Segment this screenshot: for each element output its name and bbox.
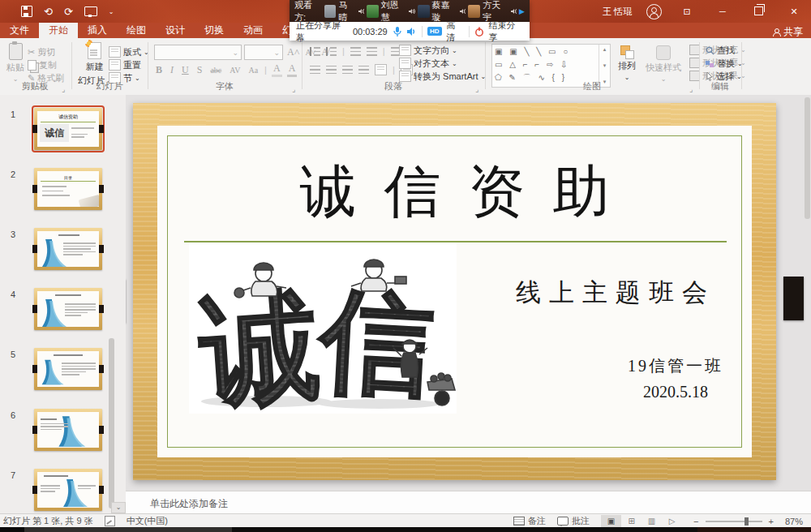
tab-insert[interactable]: 插入 <box>78 23 117 38</box>
slide-counter[interactable]: 幻灯片 第 1 张, 共 9 张 <box>3 515 93 527</box>
end-share-icon[interactable] <box>474 27 484 36</box>
view-normal-button[interactable]: ▣ <box>601 515 621 527</box>
tab-transitions[interactable]: 切换 <box>195 23 234 38</box>
scroll-up-icon[interactable]: ▴ <box>603 46 607 53</box>
copy-button[interactable]: 复制 <box>28 58 64 71</box>
viewer[interactable]: 刘恩慧 <box>367 0 415 24</box>
columns-icon[interactable] <box>375 64 387 75</box>
zoom-level[interactable]: 87% <box>785 517 803 526</box>
tab-design[interactable]: 设计 <box>156 23 195 38</box>
speaker-icon[interactable] <box>406 27 417 36</box>
drawing-dialog-launcher[interactable]: ⌟ <box>689 85 693 93</box>
change-case-button[interactable]: Aa <box>247 66 260 75</box>
expand-viewers-icon[interactable]: ▶ <box>519 7 525 15</box>
thumb-frame[interactable] <box>34 469 102 511</box>
find-button[interactable]: 查找 <box>706 44 743 57</box>
numbering-icon[interactable] <box>326 47 337 56</box>
text-shadow-button[interactable]: S <box>195 64 204 76</box>
account-name[interactable]: 王 恬琨 <box>603 6 632 18</box>
comments-toggle[interactable]: 批注 <box>557 515 590 527</box>
integrity-cartoon-image[interactable]: 诚 信 <box>189 242 457 414</box>
close-button[interactable]: ✕ <box>783 6 805 17</box>
decrease-indent-icon[interactable] <box>350 47 361 56</box>
slide-background[interactable]: 诚信资助 诚 信 <box>157 126 752 457</box>
justify-icon[interactable] <box>358 66 369 75</box>
zoom-out-button[interactable]: − <box>693 517 698 526</box>
align-right-icon[interactable] <box>342 66 353 75</box>
font-dialog-launcher[interactable]: ⌟ <box>292 85 295 93</box>
thumbnail-scrollbar[interactable] <box>109 338 114 508</box>
account-avatar-icon[interactable] <box>646 4 662 19</box>
tab-home[interactable]: 开始 <box>39 23 78 38</box>
notes-placeholder[interactable]: 单击此处添加备注 <box>150 497 228 511</box>
notes-toggle[interactable]: 备注 <box>513 515 546 527</box>
zoom-slider-thumb[interactable] <box>744 517 749 526</box>
zoom-in-button[interactable]: + <box>769 517 774 526</box>
char-spacing-button[interactable]: AV <box>228 66 242 75</box>
replace-button[interactable]: 替换 ⌄ <box>706 57 743 70</box>
layout-button[interactable]: 版式⌄ <box>109 45 149 58</box>
bullets-icon[interactable] <box>310 47 320 56</box>
font-size-combo[interactable]: ⌄ <box>244 45 283 60</box>
shapes-row2[interactable]: ▭ △ ⌐ ⌐ ⇨ ⇩ <box>495 58 596 71</box>
view-sorter-button[interactable]: ⊞ <box>621 515 642 527</box>
tab-file[interactable]: 文件 <box>0 23 39 38</box>
thumb-frame[interactable] <box>34 228 102 270</box>
start-slideshow-icon[interactable] <box>84 6 97 16</box>
italic-button[interactable]: I <box>169 64 175 76</box>
align-center-icon[interactable] <box>326 66 337 75</box>
hd-label[interactable]: 高清 <box>447 19 464 44</box>
slide-date[interactable]: 2020.5.18 <box>594 383 757 401</box>
mic-icon[interactable] <box>393 26 402 37</box>
share-button[interactable]: 共享 <box>772 25 803 39</box>
hd-badge[interactable]: HD <box>427 27 442 36</box>
grow-font-button[interactable]: A˄ <box>285 46 301 58</box>
minimize-button[interactable]: ─ <box>712 6 733 16</box>
slide-class-name[interactable]: 19信管一班 <box>594 355 757 377</box>
text-direction-button[interactable]: 文字方向⌄ <box>399 44 486 57</box>
highlight-button[interactable]: A <box>272 62 282 77</box>
clipboard-dialog-launcher[interactable]: ⌟ <box>62 85 65 93</box>
redo-icon[interactable]: ⟳ <box>64 6 73 18</box>
thumb-frame[interactable]: 目录 <box>34 168 102 210</box>
tab-animations[interactable]: 动画 <box>234 23 272 38</box>
font-color-button[interactable]: A <box>287 62 298 77</box>
thumb-frame[interactable]: 诚信资助 诚信 <box>34 108 102 150</box>
strikethrough-button[interactable]: abc <box>208 66 223 75</box>
cut-button[interactable]: ✂剪切 <box>28 45 64 58</box>
view-reading-button[interactable]: ▥ <box>642 515 662 527</box>
collapse-thumbnails-button[interactable]: ⌄ <box>111 502 126 513</box>
zoom-slider[interactable] <box>706 521 762 522</box>
language-indicator[interactable]: 中文(中国) <box>127 515 168 527</box>
notes-pane[interactable]: 单击此处添加备注 <box>126 491 811 514</box>
font-name-combo[interactable]: ⌄ <box>154 45 242 60</box>
align-text-button[interactable]: 对齐文本⌄ <box>399 57 486 70</box>
slide-canvas[interactable]: 诚信资助 诚 信 <box>126 95 811 491</box>
thumb-frame[interactable] <box>34 288 102 330</box>
shapes-row1[interactable]: ▣ ▣ ╲ ╲ ▭ ○ <box>495 45 596 58</box>
paste-button[interactable]: 粘贴 ⌄ <box>6 43 24 83</box>
canvas-scrollbar[interactable] <box>805 97 810 219</box>
scroll-down-icon[interactable]: ▾ <box>603 62 607 69</box>
thumb-frame[interactable] <box>34 348 102 390</box>
align-left-icon[interactable] <box>310 66 320 75</box>
increase-indent-icon[interactable] <box>367 47 377 56</box>
view-slideshow-button[interactable]: ▷ <box>662 515 682 527</box>
ribbon-display-options-icon[interactable]: ⊡ <box>676 6 697 17</box>
reset-button[interactable]: 重置 <box>109 58 149 71</box>
bold-button[interactable]: B <box>154 64 164 76</box>
slide-title[interactable]: 诚信资助 <box>168 154 741 230</box>
save-icon[interactable] <box>21 6 32 17</box>
slide-subtitle[interactable]: 线上主题班会 <box>486 276 745 310</box>
slides-mini: 版式⌄ 重置 节⌄ <box>109 45 149 84</box>
restore-button[interactable] <box>748 6 769 17</box>
proofing-icon[interactable] <box>105 516 115 526</box>
arrange-button[interactable]: 排列 ⌄ <box>618 45 636 81</box>
qat-customize-icon[interactable]: ⌄ <box>109 8 114 15</box>
paragraph-dialog-launcher[interactable]: ⌟ <box>475 85 478 93</box>
underline-button[interactable]: U <box>180 64 191 76</box>
thumb-frame[interactable] <box>34 409 102 451</box>
undo-icon[interactable]: ⟲ <box>44 6 53 18</box>
tab-draw[interactable]: 绘图 <box>117 23 156 38</box>
end-share-label[interactable]: 结束分享 <box>488 19 523 44</box>
